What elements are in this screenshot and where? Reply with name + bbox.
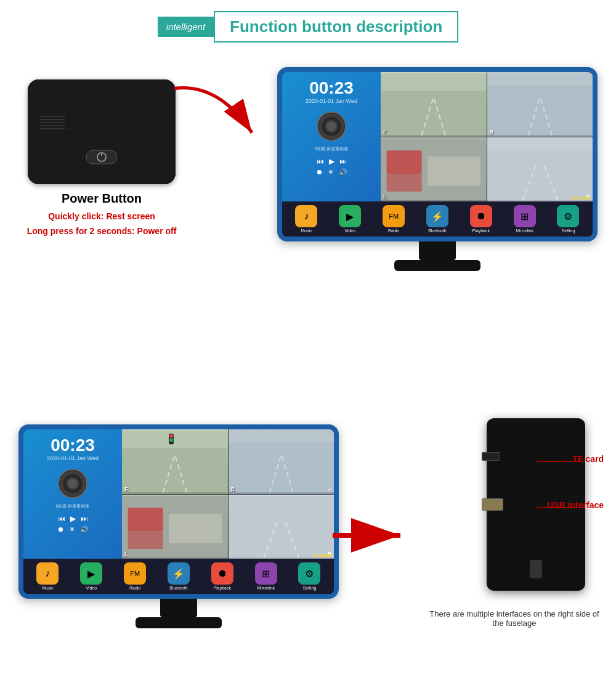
- music-label-bottom: Music: [42, 586, 53, 590]
- video-label-top: Video: [344, 229, 355, 233]
- svg-rect-44: [229, 496, 334, 557]
- app-music-bottom[interactable]: ♪ Music: [36, 562, 59, 590]
- playback-icon-top: ⏺: [470, 205, 492, 227]
- time-display-bottom: 00:23: [51, 436, 95, 455]
- power-button-label: Power Button: [18, 192, 185, 206]
- monitor-screen-bottom: 00:23 2020-01-01 Jan Wed 0外露·再度重相逢 ⏮ ▶ ⏭…: [23, 429, 334, 594]
- volume-icon[interactable]: 🔊: [339, 168, 347, 176]
- top-section: Power Button Quickly click: Rest screen …: [0, 43, 616, 406]
- radio-icon-top: FM: [383, 205, 405, 227]
- setting-label-bottom: Setting: [303, 586, 317, 590]
- cam-label-back-top: B: [490, 129, 494, 135]
- bluetooth-label-top: Bluetooth: [428, 229, 447, 233]
- music-disc-bottom: [58, 469, 87, 498]
- header-title: Function button description: [214, 11, 458, 43]
- screen-top-bottom: 00:23 2020-01-01 Jan Wed 0外露·再度重相逢 ⏮ ▶ ⏭…: [23, 429, 334, 559]
- app-mirrorlink-top[interactable]: ⊞ Mirrorlink: [514, 205, 536, 233]
- svg-rect-28: [487, 139, 593, 150]
- cam-label-front-bottom: F: [124, 486, 128, 492]
- app-setting-top[interactable]: ⚙ Setting: [557, 205, 579, 233]
- tf-card-slot: [482, 452, 500, 461]
- cam-right-top: R 4K H.265: [487, 137, 593, 202]
- bottom-controls-top: ⏺ ☀ 🔊: [316, 168, 347, 176]
- bottom-section: 00:23 2020-01-01 Jan Wed 0外露·再度重相逢 ⏮ ▶ ⏭…: [0, 406, 616, 693]
- music-icon-bottom: ♪: [36, 562, 59, 585]
- svg-point-34: [169, 434, 173, 438]
- song-title-bottom: 0外露·再度重相逢: [56, 503, 90, 509]
- svg-rect-16: [381, 73, 487, 91]
- cam-left-top: L: [381, 137, 487, 202]
- brightness-icon-b[interactable]: ☀: [69, 525, 75, 533]
- playback-controls-bottom: ⏮ ▶ ⏭: [58, 514, 88, 523]
- screen-cameras-top: F B: [381, 72, 593, 201]
- mirrorlink-icon-bottom: ⊞: [255, 562, 277, 585]
- setting-label-top: Setting: [562, 229, 575, 233]
- app-radio-top[interactable]: FM Radio: [383, 205, 405, 233]
- cam-right-bottom: R 4K H.265: [229, 495, 334, 559]
- arrow-right-svg: [326, 517, 413, 554]
- app-icons-row-top: ♪ Music ▶ Video FM Radio ⚡ Bluetooth: [282, 201, 593, 237]
- arrow-top: [163, 76, 274, 150]
- app-bluetooth-top[interactable]: ⚡ Bluetooth: [426, 205, 448, 233]
- bluetooth-icon-top: ⚡: [426, 205, 448, 227]
- svg-rect-24: [428, 156, 480, 185]
- music-label-top: Music: [301, 229, 312, 233]
- cam-front-bottom: F: [122, 429, 228, 494]
- arrow-svg: [163, 76, 274, 150]
- volume-icon-b[interactable]: 🔊: [80, 525, 89, 533]
- svg-rect-41: [128, 508, 163, 531]
- next-icon-b[interactable]: ⏭: [81, 514, 88, 523]
- playback-label-bottom: Playback: [214, 586, 231, 590]
- svg-rect-42: [128, 531, 163, 549]
- app-playback-bottom[interactable]: ⏺ Playback: [211, 562, 233, 590]
- app-video-top[interactable]: ▶ Video: [339, 205, 361, 233]
- app-bluetooth-bottom[interactable]: ⚡ Bluetooth: [168, 562, 190, 590]
- play-icon[interactable]: ▶: [329, 157, 334, 166]
- fullscreen-icon-bottom: ⤢: [328, 487, 332, 492]
- app-mirrorlink-bottom[interactable]: ⊞ Mirrorlink: [255, 562, 277, 590]
- app-setting-bottom[interactable]: ⚙ Setting: [298, 562, 320, 590]
- cam-label-left-top: L: [383, 193, 387, 200]
- radio-icon-bottom: FM: [124, 562, 146, 585]
- app-music-top[interactable]: ♪ Music: [295, 205, 317, 233]
- svg-rect-0: [28, 79, 176, 184]
- record-icon-b[interactable]: ⏺: [57, 525, 64, 533]
- connector-port: [530, 560, 542, 578]
- monitor-stand-base-top: [394, 260, 480, 271]
- prev-icon[interactable]: ⏮: [317, 157, 324, 166]
- side-device-wrapper: TF card USB interface: [444, 418, 604, 615]
- svg-rect-22: [387, 150, 422, 174]
- next-icon[interactable]: ⏭: [339, 157, 347, 166]
- record-icon[interactable]: ⏺: [316, 168, 323, 176]
- svg-rect-39: [229, 431, 334, 442]
- music-icon-top: ♪: [295, 205, 317, 227]
- mirrorlink-icon-top: ⊞: [514, 205, 536, 227]
- power-desc-line1: Quickly click: Rest screen: [18, 209, 185, 224]
- tf-card-label: TF card: [572, 454, 604, 464]
- song-title-top: 0外露·再度重相逢: [315, 146, 349, 152]
- app-radio-bottom[interactable]: FM Radio: [124, 562, 146, 590]
- power-button-area: Power Button Quickly click: Rest screen …: [18, 79, 185, 239]
- date-display-bottom: 2020-01-01 Jan Wed: [47, 455, 99, 461]
- usb-interface-label: USB interface: [547, 500, 604, 510]
- power-button-photo: [28, 79, 176, 184]
- monitor-bottom: 00:23 2020-01-01 Jan Wed 0外露·再度重相逢 ⏮ ▶ ⏭…: [18, 424, 339, 628]
- date-display-top: 2020-01-01 Jan Wed: [306, 98, 357, 104]
- usb-slot: [482, 498, 503, 511]
- app-video-bottom[interactable]: ▶ Video: [80, 562, 102, 590]
- cam-label-back-bottom: B: [231, 486, 235, 492]
- cam-back-top: B: [487, 72, 593, 137]
- monitor-stand-bottom: [160, 599, 197, 617]
- svg-rect-43: [169, 513, 222, 543]
- playback-controls-top: ⏮ ▶ ⏭: [317, 157, 347, 166]
- device-svg: [28, 79, 176, 184]
- monitor-frame-top: 00:23 2020-01-01 Jan Wed 0外露·再度重相逢 ⏮ ▶ ⏭…: [277, 67, 598, 241]
- play-icon-b[interactable]: ▶: [70, 514, 76, 523]
- monitor-stand-top: [419, 241, 456, 260]
- prev-icon-b[interactable]: ⏮: [58, 514, 65, 523]
- cam-front-top: F: [381, 72, 487, 137]
- monitor-frame-bottom: 00:23 2020-01-01 Jan Wed 0外露·再度重相逢 ⏮ ▶ ⏭…: [18, 424, 339, 599]
- brightness-icon[interactable]: ☀: [328, 168, 334, 176]
- header-section: intelligent Function button description: [0, 11, 616, 43]
- app-playback-top[interactable]: ⏺ Playback: [470, 205, 492, 233]
